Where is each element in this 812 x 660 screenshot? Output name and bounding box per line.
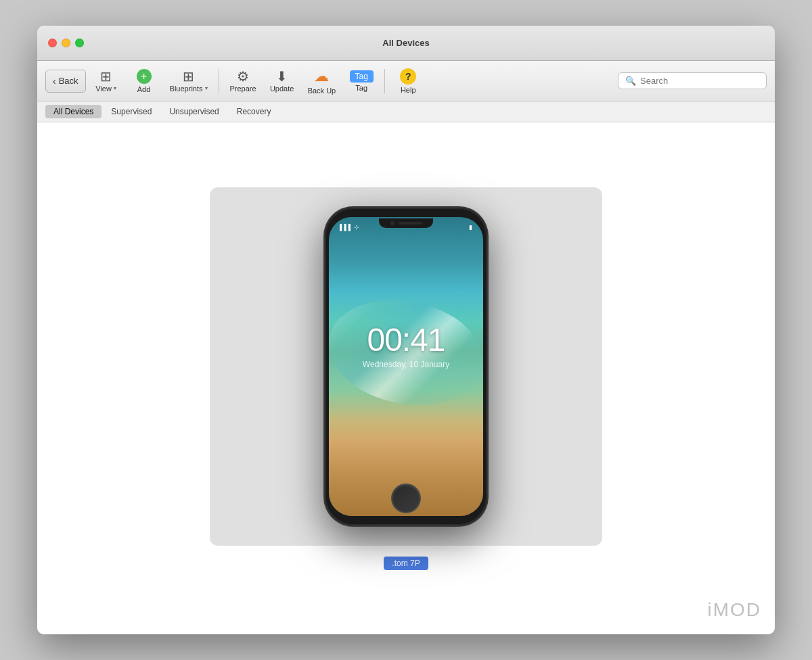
signal-icon: ▌▌▌⊹ — [340, 224, 359, 231]
add-plus-icon: + — [137, 69, 152, 84]
title-bar: All Devices — [37, 26, 775, 61]
home-button[interactable] — [391, 484, 421, 513]
back-label: Back — [59, 76, 78, 86]
back-arrow-icon: ‹ — [53, 76, 56, 87]
toolbar-separator-1 — [219, 69, 219, 93]
tab-recovery[interactable]: Recovery — [229, 105, 279, 118]
window-title: All Devices — [382, 38, 429, 48]
toolbar-separator-2 — [384, 69, 385, 93]
backup-button[interactable]: ☁ Back Up — [302, 65, 342, 97]
device-name-label[interactable]: .tom 7P — [384, 557, 428, 570]
update-button[interactable]: ⬇ Update — [265, 65, 300, 97]
tag-label: Tag — [355, 84, 367, 92]
tab-supervised[interactable]: Supervised — [103, 105, 160, 118]
iphone-mockup: ▌▌▌⊹ ▮ 00:41 Wednesday, 10 January — [325, 208, 487, 525]
close-button[interactable] — [48, 39, 57, 47]
help-button[interactable]: ? Help — [390, 65, 426, 97]
date-display: Wednesday, 10 January — [329, 360, 483, 369]
battery-icon: ▮ — [469, 224, 472, 231]
minimize-button[interactable] — [62, 39, 70, 47]
speaker-icon — [399, 222, 422, 225]
blueprints-label-wrap: Blueprints ▾ — [170, 85, 208, 93]
backup-label: Back Up — [308, 87, 336, 95]
add-button[interactable]: + Add — [127, 65, 162, 97]
device-card[interactable]: ▌▌▌⊹ ▮ 00:41 Wednesday, 10 January — [210, 187, 602, 546]
search-icon: 🔍 — [625, 76, 636, 86]
tabs-bar: All Devices Supervised Unsupervised Reco… — [37, 101, 775, 122]
blueprints-icon: ⊞ — [183, 70, 194, 83]
search-box: 🔍 — [618, 72, 767, 89]
main-window: All Devices ‹ Back ⊞ View ▾ + Add ⊞ Blue… — [37, 26, 775, 634]
back-button[interactable]: ‹ Back — [45, 70, 86, 93]
view-dropdown-arrow-icon: ▾ — [114, 85, 116, 91]
device-container: ▌▌▌⊹ ▮ 00:41 Wednesday, 10 January — [210, 187, 602, 570]
backup-icon: ☁ — [314, 68, 329, 85]
tab-unsupervised[interactable]: Unsupervised — [161, 105, 227, 118]
maximize-button[interactable] — [75, 39, 84, 47]
watermark: iMOD — [707, 599, 761, 621]
blueprints-dropdown-arrow-icon: ▾ — [205, 85, 208, 91]
prepare-button[interactable]: ⚙ Prepare — [225, 65, 262, 97]
traffic-lights — [48, 39, 84, 47]
lock-screen-time: 00:41 Wednesday, 10 January — [329, 321, 483, 369]
help-label: Help — [401, 86, 416, 94]
update-icon: ⬇ — [276, 70, 288, 83]
iphone-screen: ▌▌▌⊹ ▮ 00:41 Wednesday, 10 January — [329, 217, 483, 516]
blueprints-button[interactable]: ⊞ Blueprints ▾ — [164, 65, 213, 97]
prepare-icon: ⚙ — [237, 70, 249, 83]
camera-icon — [390, 221, 394, 225]
add-label: Add — [137, 85, 151, 93]
time-display: 00:41 — [329, 321, 483, 358]
update-label: Update — [270, 85, 294, 93]
help-icon: ? — [400, 68, 416, 85]
toolbar: ‹ Back ⊞ View ▾ + Add ⊞ Blueprints ▾ — [37, 61, 775, 101]
main-content: ▌▌▌⊹ ▮ 00:41 Wednesday, 10 January — [37, 122, 775, 634]
tag-icon: Tag — [350, 70, 374, 82]
view-label: View ▾ — [95, 85, 116, 93]
tag-button[interactable]: Tag Tag — [344, 65, 379, 97]
prepare-label: Prepare — [230, 85, 256, 93]
view-button[interactable]: ⊞ View ▾ — [89, 65, 124, 97]
search-input[interactable] — [640, 76, 759, 86]
iphone-notch — [379, 218, 433, 228]
iphone-wallpaper: ▌▌▌⊹ ▮ 00:41 Wednesday, 10 January — [329, 217, 483, 516]
tab-all-devices[interactable]: All Devices — [45, 105, 102, 118]
view-icon: ⊞ — [100, 70, 112, 83]
